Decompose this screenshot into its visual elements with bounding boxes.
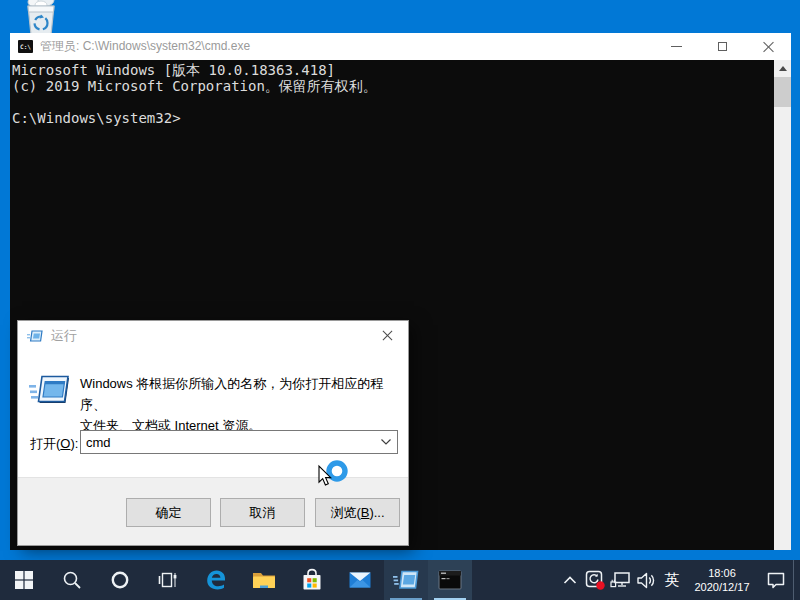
mail-icon (348, 569, 372, 591)
volume-icon (636, 571, 657, 590)
console-line: (c) 2019 Microsoft Corporation。保留所有权利。 (12, 78, 774, 94)
show-desktop-button[interactable] (793, 560, 800, 600)
action-center-button[interactable] (759, 560, 793, 600)
cortana-icon (110, 570, 130, 590)
action-center-icon (766, 570, 786, 590)
run-close-button[interactable] (370, 321, 404, 350)
combobox-dropdown-button[interactable] (375, 439, 397, 445)
edge-button[interactable] (192, 560, 240, 600)
run-icon-large (29, 375, 71, 407)
cmd-window-title: 管理员: C:\Windows\system32\cmd.exe (40, 38, 250, 55)
taskbar: 英 18:06 2020/12/17 (0, 560, 800, 600)
sync-alert-icon (585, 570, 606, 591)
tray-time: 18:06 (694, 566, 749, 580)
file-explorer-button[interactable] (240, 560, 288, 600)
desktop: C:\ 管理员: C:\Windows\system32\cmd.exe Mic… (0, 0, 800, 600)
task-view-button[interactable] (144, 560, 192, 600)
mail-button[interactable] (336, 560, 384, 600)
tray-clock[interactable]: 18:06 2020/12/17 (685, 560, 759, 600)
open-label: 打开(O): (30, 435, 78, 453)
cmd-titlebar[interactable]: C:\ 管理员: C:\Windows\system32\cmd.exe (10, 33, 791, 60)
open-input[interactable] (81, 435, 375, 450)
start-button[interactable] (0, 560, 48, 600)
close-icon (762, 41, 774, 53)
tray-date: 2020/12/17 (694, 580, 749, 594)
store-icon (301, 568, 323, 592)
tray-language-indicator[interactable]: 英 (659, 560, 685, 600)
close-icon (382, 330, 393, 341)
maximize-button[interactable] (699, 33, 745, 60)
run-dialog-footer: 确定 取消 浏览(B)... (18, 477, 408, 545)
task-view-icon (158, 570, 178, 590)
network-ethernet-icon (610, 571, 631, 590)
taskbar-cmd-button[interactable] (428, 560, 472, 600)
run-description-line1: Windows 将根据你所输入的名称，为你打开相应的程序、 (80, 373, 408, 415)
ok-button[interactable]: 确定 (126, 498, 211, 527)
cancel-button[interactable]: 取消 (220, 498, 305, 527)
chevron-up-icon (563, 575, 577, 585)
scrollbar-thumb[interactable] (774, 77, 791, 107)
cmd-icon: C:\ (18, 40, 33, 53)
search-icon (62, 570, 82, 590)
run-icon (393, 569, 419, 591)
tray-network-button[interactable] (608, 560, 633, 600)
chevron-down-icon (381, 439, 391, 445)
console-line (12, 94, 774, 110)
run-description: Windows 将根据你所输入的名称，为你打开相应的程序、 文件夹、文档或 In… (80, 373, 408, 436)
cmd-icon (438, 570, 462, 590)
browse-button[interactable]: 浏览(B)... (315, 498, 400, 527)
console-line: Microsoft Windows [版本 10.0.18363.418] (12, 62, 774, 78)
maximize-icon (718, 42, 727, 51)
run-icon (27, 329, 43, 343)
tray-notification-app-button[interactable] (583, 560, 608, 600)
close-button[interactable] (745, 33, 791, 60)
scroll-up-icon[interactable] (774, 60, 791, 77)
run-dialog-title: 运行 (51, 327, 77, 345)
tray-volume-button[interactable] (633, 560, 659, 600)
edge-icon (204, 568, 228, 592)
file-explorer-icon (252, 569, 276, 591)
run-dialog: 运行 Windows 将根据你所输入的名称，为你打开相应的程序、 文件夹、文档或… (17, 320, 409, 546)
console-line: C:\Windows\system32> (12, 110, 774, 126)
system-tray: 英 18:06 2020/12/17 (557, 560, 800, 600)
taskbar-run-dialog-button[interactable] (384, 560, 428, 600)
minimize-button[interactable] (653, 33, 699, 60)
windows-logo-icon (15, 571, 33, 589)
cortana-button[interactable] (96, 560, 144, 600)
tray-overflow-button[interactable] (557, 560, 583, 600)
store-button[interactable] (288, 560, 336, 600)
recycle-bin-icon[interactable] (20, 0, 62, 37)
search-button[interactable] (48, 560, 96, 600)
run-dialog-titlebar[interactable]: 运行 (18, 321, 408, 350)
minimize-icon (671, 46, 682, 47)
open-combobox[interactable] (80, 430, 398, 454)
console-scrollbar[interactable] (774, 60, 791, 550)
